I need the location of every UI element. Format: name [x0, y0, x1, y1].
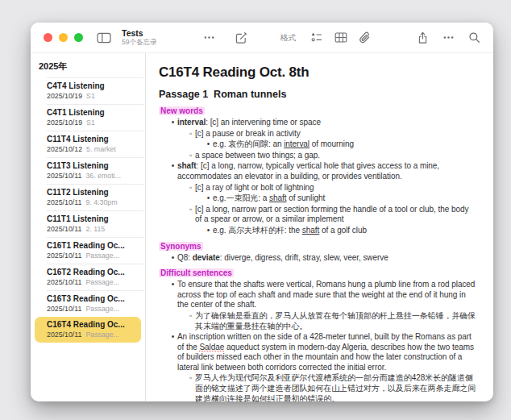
list-item[interactable]: C4T1 Listening2025/10/19S1 [35, 105, 141, 131]
list-item[interactable]: C11T1 Listening2025/10/112. 115 [35, 211, 141, 237]
note-bullet-line: ◦[c] a ray of light or bolt of lightning [159, 183, 477, 193]
bullet-icon: • [168, 118, 177, 128]
bullet-icon: ◦ [186, 311, 195, 331]
note-bullet-line: ◦[c] a long, narrow part or section form… [159, 205, 477, 225]
note-bullet-line: •interval: [c] an intervening time or sp… [159, 118, 477, 128]
notes-app-window: Tests 59个备忘录 格式 [31, 23, 493, 401]
note-editor[interactable]: C16T4 Reading Oct. 8th Passage 1 Roman t… [146, 53, 493, 401]
passage-heading: Passage 1 Roman tunnels [159, 89, 477, 100]
note-more-icon[interactable] [442, 31, 455, 44]
list-item[interactable]: C16T3 Reading Oc...2025/10/11Passage... [35, 291, 141, 317]
list-item[interactable]: C16T1 Reading Oc...2025/10/11Passage... [35, 238, 141, 264]
note-bullet-line: •e.g. 高尔夫球杆的杆: the shaft of a golf club [159, 226, 477, 236]
folder-title: Tests [122, 29, 156, 39]
note-bullet-line: •An inscription written on the side of a… [159, 332, 477, 372]
note-title: C16T4 Reading Oct. 8th [159, 64, 477, 81]
note-item-meta: 2025/10/19S1 [47, 119, 138, 127]
note-item-title: C16T3 Reading Oc... [47, 294, 138, 303]
list-item[interactable]: C11T4 Listening2025/10/125. market [35, 131, 141, 157]
bullet-icon: ◦ [186, 183, 195, 193]
bullet-icon: • [204, 193, 213, 204]
note-body: New words•interval: [c] an intervening t… [159, 102, 477, 401]
list-item[interactable]: C4T4 Listening2025/10/19S1 [35, 78, 141, 104]
note-item-title: C11T2 Listening [47, 188, 138, 197]
note-bullet-line: •e.g. 哀伤的间隙: an interval of mourning [159, 139, 477, 150]
note-item-title: C11T3 Listening [47, 161, 138, 170]
note-item-meta: 2025/10/19S1 [47, 92, 138, 100]
note-bullet-line: ◦罗马人作为现代阿尔及利亚萨尔代渡槽系统的一部分而建造的428米长的隧道侧面的铭… [159, 373, 477, 401]
sidebar-section-header: 2025年 [31, 58, 145, 77]
bullet-icon: ◦ [186, 151, 195, 161]
bullet-icon: • [204, 226, 213, 236]
notes-count: 59个备忘录 [122, 39, 156, 47]
sidebar-toggle-icon[interactable] [97, 32, 111, 44]
note-item-meta: 2025/10/11Passage... [47, 252, 138, 260]
close-button[interactable] [44, 33, 52, 42]
note-item-title: C4T4 Listening [47, 81, 138, 90]
bullet-icon: • [204, 139, 213, 150]
desktop-background: Tests 59个备忘录 格式 [0, 0, 511, 420]
note-item-title: C4T1 Listening [47, 108, 138, 117]
note-bullet-line: •e.g.一束阳光: a shaft of sunlight [159, 193, 477, 204]
note-item-meta: 2025/10/112. 115 [47, 225, 138, 233]
window-title-block: Tests 59个备忘录 [122, 29, 156, 46]
attachment-icon[interactable] [358, 31, 371, 44]
toolbar-right-group [417, 31, 480, 44]
checklist-icon[interactable] [310, 31, 323, 44]
app-body: 2025年 C4T4 Listening2025/10/19S1C4T1 Lis… [31, 53, 493, 401]
bullet-icon: ◦ [186, 205, 195, 225]
notes-list: C4T4 Listening2025/10/19S1C4T1 Listening… [31, 77, 145, 343]
table-icon[interactable] [334, 31, 347, 44]
note-bullet-line: •shaft: [c] a long, narrow, typically ve… [159, 161, 477, 181]
note-bullet-line: ◦为了确保轴是垂直的，罗马人从放置在每个轴顶部的杆上悬挂一条铅锤，并确保其末端的… [159, 311, 477, 331]
new-note-icon[interactable] [235, 31, 247, 44]
window-controls [44, 33, 83, 42]
note-item-meta: 2025/10/1136. emoti... [47, 172, 138, 180]
note-bullet-line: ◦[c] a pause or break in activity [159, 129, 477, 139]
list-item[interactable]: C11T2 Listening2025/10/119. 4:30pm [35, 185, 141, 210]
note-item-meta: 2025/10/125. market [47, 145, 138, 153]
toolbar: Tests 59个备忘录 格式 [31, 23, 493, 53]
note-item-meta: 2025/10/11Passage... [47, 278, 138, 286]
share-icon[interactable] [417, 31, 429, 44]
note-section-header: Difficult sentences [159, 264, 477, 279]
bullet-icon: • [168, 332, 177, 372]
minimize-button[interactable] [59, 33, 68, 42]
note-item-title: C11T1 Listening [47, 214, 138, 223]
list-item[interactable]: C16T4 Reading Oc...2025/10/11Passage... [35, 317, 141, 343]
note-item-title: C16T1 Reading Oc... [47, 241, 138, 250]
folder-more-icon[interactable] [203, 31, 215, 44]
format-button[interactable]: 格式 [280, 32, 296, 44]
note-section-header: New words [159, 102, 477, 117]
bullet-icon: • [168, 253, 177, 264]
note-bullet-line: ◦a space between two things; a gap. [159, 151, 477, 161]
zoom-button[interactable] [74, 33, 83, 42]
bullet-icon: • [168, 161, 177, 181]
list-item[interactable]: C11T3 Listening2025/10/1136. emoti... [35, 158, 141, 184]
note-item-title: C11T4 Listening [47, 135, 138, 143]
notes-sidebar: 2025年 C4T4 Listening2025/10/19S1C4T1 Lis… [31, 53, 146, 401]
list-item[interactable]: C16T2 Reading Oc...2025/10/11Passage... [35, 264, 141, 290]
bullet-icon: ◦ [186, 373, 195, 401]
note-item-title: C16T4 Reading Oc... [47, 320, 138, 329]
note-section-header: Synonyms [159, 238, 477, 252]
bullet-icon: • [168, 280, 177, 310]
search-icon[interactable] [468, 31, 480, 44]
note-item-meta: 2025/10/11Passage... [47, 331, 138, 339]
note-item-meta: 2025/10/119. 4:30pm [47, 198, 138, 206]
note-item-title: C16T2 Reading Oc... [47, 268, 138, 277]
note-bullet-line: •Q8: deviate: diverge, digress, drift, s… [159, 253, 477, 264]
note-item-meta: 2025/10/11Passage... [47, 305, 138, 313]
bullet-icon: ◦ [186, 129, 195, 139]
note-bullet-line: •To ensure that the shafts were vertical… [159, 280, 477, 310]
